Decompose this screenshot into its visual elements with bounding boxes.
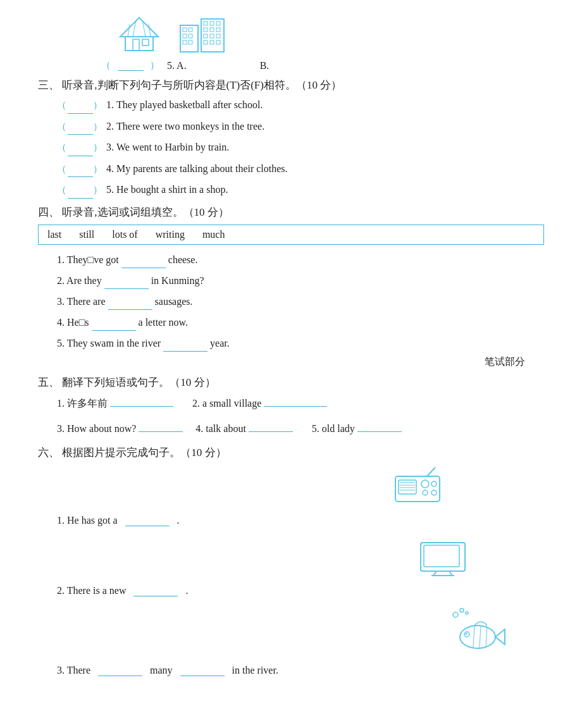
q5-images xyxy=(114,13,544,57)
q5-label: 5. A. xyxy=(167,60,187,71)
svg-rect-29 xyxy=(399,480,416,494)
q5-bracket-close: ） xyxy=(150,59,159,71)
s4-item-2: 2. Are they in Kunming? xyxy=(57,272,544,289)
svg-rect-24 xyxy=(216,34,220,38)
svg-marker-0 xyxy=(120,18,158,37)
q5-blank[interactable] xyxy=(118,60,144,71)
pen-section-label: 笔试部分 xyxy=(38,355,525,369)
s6-item3-text: 3. There many in the river. xyxy=(57,665,544,676)
s6-item1-text: 1. He has got a . xyxy=(57,515,544,526)
svg-rect-23 xyxy=(210,34,214,38)
svg-line-51 xyxy=(473,626,474,648)
svg-rect-3 xyxy=(142,39,149,46)
svg-rect-18 xyxy=(216,22,220,25)
section4-word-bank: last still lots of writing much xyxy=(38,225,544,245)
svg-point-44 xyxy=(453,612,458,617)
svg-point-35 xyxy=(431,481,436,486)
q5-bracket-open: （ xyxy=(101,59,111,71)
word-still: still xyxy=(79,229,94,240)
s3-item-3: （） 3. We went to Harbin by train. xyxy=(57,139,544,156)
s3-item-5: （） 5. He bought a shirt in a shop. xyxy=(57,181,544,199)
svg-marker-48 xyxy=(495,629,505,645)
s6-item2-img xyxy=(57,535,544,576)
svg-rect-14 xyxy=(189,40,192,44)
s5-item-1: 1. 许多年前 xyxy=(57,393,173,414)
svg-rect-27 xyxy=(216,40,220,44)
svg-rect-9 xyxy=(183,28,187,32)
svg-line-41 xyxy=(433,571,436,576)
word-lots-of: lots of xyxy=(112,229,137,240)
svg-rect-16 xyxy=(204,22,207,25)
svg-rect-22 xyxy=(204,34,207,38)
svg-rect-12 xyxy=(189,34,192,38)
s4-item-1: 1. They□ve got cheese. xyxy=(57,251,544,268)
svg-rect-13 xyxy=(183,40,187,44)
svg-line-42 xyxy=(449,571,452,576)
svg-rect-10 xyxy=(189,28,192,32)
svg-rect-25 xyxy=(204,40,207,44)
s5-item-5: 5. old lady xyxy=(312,419,402,439)
s6-item3-img xyxy=(57,605,544,656)
fish-icon xyxy=(443,605,506,656)
svg-point-47 xyxy=(460,626,495,648)
q5-b-label: B. xyxy=(260,60,269,71)
section5-header: 五、 翻译下列短语或句子。（10 分） xyxy=(38,375,544,390)
svg-rect-21 xyxy=(216,28,220,32)
svg-point-36 xyxy=(423,490,428,495)
svg-line-7 xyxy=(149,24,151,37)
s5-item-3: 3. How about now? 4. talk about xyxy=(57,419,293,439)
s4-item-3: 3. There are sausages. xyxy=(57,293,544,310)
svg-point-50 xyxy=(466,633,467,635)
section4-items: 1. They□ve got cheese. 2. Are they in Ku… xyxy=(57,251,544,352)
s4-item-5: 5. They swam in the river year. xyxy=(57,335,544,352)
s5-item-2: 2. a small village xyxy=(192,393,327,414)
s3-item-1: （） 1. They played basketball after schoo… xyxy=(57,96,544,114)
word-much: much xyxy=(202,229,225,240)
svg-point-34 xyxy=(421,480,429,488)
svg-rect-11 xyxy=(183,34,187,38)
image-a-house xyxy=(114,13,164,57)
section5-items: 1. 许多年前 2. a small village 3. How about … xyxy=(57,393,544,439)
word-writing: writing xyxy=(156,229,185,240)
q5-line: （ ） 5. A. B. xyxy=(101,59,544,71)
s4-item-4: 4. He□s a letter now. xyxy=(57,314,544,331)
svg-line-4 xyxy=(128,24,130,37)
section3-header: 三、 听录音,判断下列句子与所听内容是(T)否(F)相符。（10 分） xyxy=(38,78,544,92)
svg-line-38 xyxy=(427,467,435,476)
svg-point-46 xyxy=(466,612,468,614)
svg-line-52 xyxy=(480,626,481,648)
svg-rect-26 xyxy=(210,40,214,44)
svg-rect-20 xyxy=(210,28,214,32)
tv-icon xyxy=(418,535,468,576)
svg-rect-17 xyxy=(210,22,214,25)
svg-point-37 xyxy=(431,490,436,495)
s3-item-2: （） 2. There were two monkeys in the tree… xyxy=(57,118,544,135)
svg-rect-40 xyxy=(424,545,459,567)
s6-item2-text: 2. There is a new . xyxy=(57,585,544,596)
svg-line-53 xyxy=(486,627,487,647)
word-last: last xyxy=(47,229,61,240)
section3-items: （） 1. They played basketball after schoo… xyxy=(57,96,544,199)
svg-rect-19 xyxy=(204,28,207,32)
radio-icon xyxy=(392,465,443,506)
image-b-buildings xyxy=(177,13,228,57)
svg-point-45 xyxy=(460,608,464,612)
svg-rect-2 xyxy=(133,39,139,51)
s6-item1-img xyxy=(57,465,544,506)
s3-item-4: （） 4. My parents are talking about their… xyxy=(57,160,544,178)
section4-header: 四、 听录音,选词或词组填空。（10 分） xyxy=(38,205,544,219)
section6-header: 六、 根据图片提示完成句子。（10 分） xyxy=(38,445,544,460)
svg-rect-15 xyxy=(201,19,224,52)
